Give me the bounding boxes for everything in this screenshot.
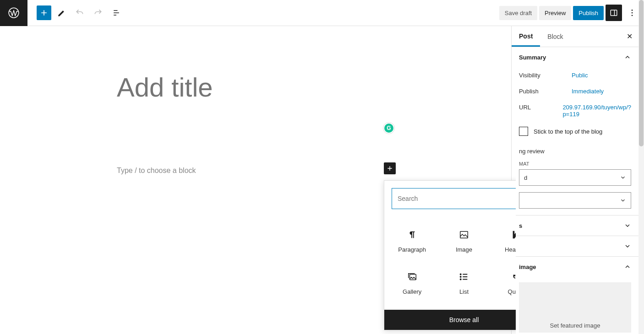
section-collapsed-2: [512, 236, 639, 257]
inserter-item-label: List: [459, 288, 469, 295]
grammarly-icon[interactable]: G: [383, 122, 395, 134]
document-overview-button[interactable]: [108, 5, 125, 21]
image-icon: [459, 230, 469, 240]
svg-point-9: [460, 276, 461, 277]
sidebar-tabs: Post Block ✕: [512, 26, 639, 47]
chevron-down-icon: [624, 242, 631, 250]
inserter-search-input[interactable]: [398, 195, 516, 202]
inserter-browse-all-button[interactable]: Browse all: [384, 310, 516, 330]
section-summary-toggle[interactable]: Summary: [512, 47, 639, 67]
chevron-up-icon: [624, 263, 631, 270]
scrollbar-thumb[interactable]: [639, 0, 644, 146]
svg-point-8: [460, 274, 461, 275]
section-title: image: [519, 264, 536, 270]
toolbar-right: Save draft Preview Publish: [499, 5, 644, 21]
inserter-item-list[interactable]: List: [438, 262, 490, 304]
more-options-button[interactable]: [624, 5, 640, 21]
save-draft-button[interactable]: Save draft: [499, 6, 537, 20]
svg-point-2: [632, 10, 633, 11]
section-featured-toggle[interactable]: image: [512, 257, 639, 277]
svg-point-0: [9, 8, 19, 18]
tools-button[interactable]: [53, 5, 70, 21]
svg-point-4: [632, 15, 633, 16]
format-select[interactable]: d: [519, 169, 631, 186]
settings-panel-button[interactable]: [606, 5, 622, 21]
page-scrollbar[interactable]: [639, 0, 644, 334]
wordpress-logo[interactable]: [0, 0, 27, 26]
inserter-item-paragraph[interactable]: Paragraph: [386, 220, 438, 262]
paragraph-icon: [407, 230, 417, 240]
chevron-up-icon: [624, 54, 631, 61]
visibility-label: Visibility: [519, 72, 572, 79]
section-summary: Summary Visibility Public Publish Immedi…: [512, 47, 639, 215]
publish-value: Immediately: [572, 88, 631, 95]
section-collapsed-2-toggle[interactable]: [512, 236, 639, 256]
heading-icon: [511, 230, 516, 240]
close-sidebar-button[interactable]: ✕: [620, 27, 639, 46]
toolbar-left: [27, 5, 126, 21]
second-select[interactable]: [519, 192, 631, 209]
section-collapsed-1: s: [512, 215, 639, 236]
publish-button[interactable]: Publish: [573, 6, 604, 20]
sticky-checkbox[interactable]: [519, 127, 528, 136]
inserter-item-image[interactable]: Image: [438, 220, 490, 262]
block-placeholder-text[interactable]: Type / to choose a block: [117, 167, 196, 175]
url-row[interactable]: URL 209.97.169.90/tuyen/wp/?p=119: [512, 99, 639, 122]
tab-block[interactable]: Block: [540, 27, 570, 47]
publish-row[interactable]: Publish Immediately: [512, 83, 639, 99]
inserter-item-label: Quote: [508, 288, 516, 295]
block-inserter-popover: Paragraph Image Heading Gallery: [384, 180, 516, 330]
sticky-label: Stick to the top of the blog: [534, 128, 602, 135]
inserter-item-gallery[interactable]: Gallery: [386, 262, 438, 304]
inserter-item-label: Paragraph: [398, 246, 426, 253]
svg-rect-6: [460, 231, 468, 238]
visibility-row[interactable]: Visibility Public: [512, 67, 639, 83]
tab-post[interactable]: Post: [512, 26, 540, 47]
settings-sidebar: Post Block ✕ Summary Visibility Public P…: [511, 26, 639, 334]
gallery-icon: [407, 272, 417, 282]
section-title: s: [519, 222, 522, 229]
section-collapsed-1-toggle[interactable]: s: [512, 215, 639, 236]
post-title-input[interactable]: [117, 72, 392, 102]
inline-add-block-button[interactable]: [384, 162, 396, 174]
editor-canvas: Type / to choose a block G Paragraph: [0, 26, 516, 334]
format-label: MAT: [512, 159, 639, 169]
inserter-item-label: Heading: [505, 246, 516, 253]
editor-topbar: Save draft Preview Publish: [0, 0, 644, 26]
visibility-value: Public: [572, 72, 631, 79]
section-title: Summary: [519, 54, 546, 61]
url-label: URL: [519, 104, 562, 118]
publish-label: Publish: [519, 88, 572, 95]
chevron-down-icon: [624, 222, 631, 229]
inserter-grid: Paragraph Image Heading Gallery: [384, 216, 516, 310]
inserter-item-heading[interactable]: Heading: [490, 220, 516, 262]
section-featured-image: image Set featured image: [512, 257, 639, 334]
set-featured-image-button[interactable]: Set featured image: [519, 282, 631, 333]
inserter-search-box: [392, 188, 516, 209]
svg-rect-1: [611, 10, 617, 16]
svg-rect-7: [409, 274, 416, 280]
quote-icon: [511, 272, 516, 282]
redo-button[interactable]: [90, 5, 106, 21]
list-icon: [459, 272, 469, 282]
preview-button[interactable]: Preview: [539, 6, 571, 20]
pending-review-row[interactable]: ng review: [512, 143, 639, 159]
svg-point-10: [460, 279, 461, 280]
chevron-down-icon: [620, 197, 626, 204]
chevron-down-icon: [620, 174, 626, 181]
url-value: 209.97.169.90/tuyen/wp/?p=119: [562, 104, 631, 118]
inserter-item-quote[interactable]: Quote: [490, 262, 516, 304]
inserter-item-label: Image: [456, 246, 472, 253]
inserter-item-label: Gallery: [403, 288, 421, 295]
undo-button[interactable]: [71, 5, 88, 21]
format-select-value: d: [524, 174, 527, 181]
sticky-checkbox-row[interactable]: Stick to the top of the blog: [512, 122, 639, 143]
toggle-inserter-button[interactable]: [37, 5, 51, 20]
svg-point-3: [632, 12, 633, 14]
